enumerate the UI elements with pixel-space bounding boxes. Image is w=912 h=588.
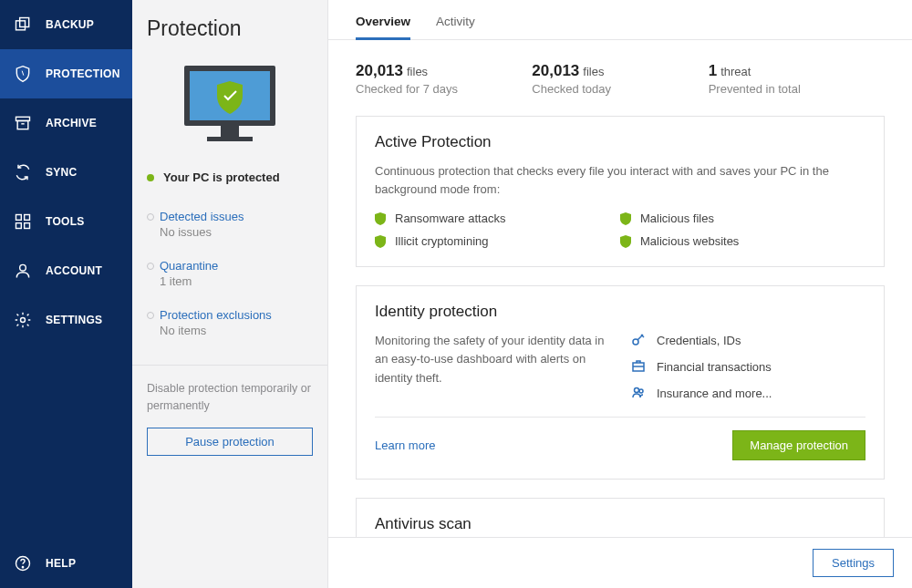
page-title: Protection — [147, 16, 313, 41]
identity-protection-card: Identity protection Monitoring the safet… — [356, 285, 885, 480]
sync-icon — [13, 162, 33, 182]
settings-button[interactable]: Settings — [813, 549, 894, 577]
sidebar-item-label: ACCOUNT — [46, 264, 102, 277]
identity-item: Insurance and more... — [631, 385, 865, 402]
manage-protection-button[interactable]: Manage protection — [732, 430, 865, 460]
stat-sub: Checked today — [532, 82, 708, 96]
svg-rect-6 — [25, 215, 30, 221]
status-dot-icon — [147, 174, 154, 181]
stat-sub: Prevented in total — [709, 82, 885, 96]
sidebar-item-archive[interactable]: ARCHIVE — [0, 98, 132, 148]
sidebar-item-settings[interactable]: SETTINGS — [0, 295, 132, 345]
sidebar-item-label: BACKUP — [46, 18, 94, 31]
svg-point-12 — [22, 567, 23, 568]
svg-point-10 — [21, 318, 26, 323]
shield-icon — [13, 64, 33, 84]
quarantine-block[interactable]: Quarantine 1 item — [147, 259, 313, 288]
sidebar-item-sync[interactable]: SYNC — [0, 148, 132, 197]
protection-status: Your PC is protected — [147, 170, 313, 184]
stat-number: 20,013 — [356, 62, 403, 79]
sidebar-item-tools[interactable]: TOOLS — [0, 197, 132, 246]
threat-label: Illicit cryptomining — [395, 234, 489, 248]
antivirus-scan-card: Antivirus scan On-demand protection that… — [356, 498, 885, 537]
disable-text: Disable protection temporarily or perman… — [147, 380, 313, 415]
scroll-area[interactable]: 20,013files Checked for 7 days 20,013fil… — [328, 40, 912, 537]
protection-panel: Protection Your PC is protected Detected… — [132, 0, 328, 588]
main-content: Overview Activity 20,013files Checked fo… — [328, 0, 912, 588]
tab-activity[interactable]: Activity — [436, 7, 475, 40]
card-title: Antivirus scan — [375, 515, 865, 533]
mini-shield-icon — [620, 235, 631, 248]
card-title: Active Protection — [375, 133, 865, 151]
mini-shield-icon — [375, 212, 386, 225]
people-icon — [631, 385, 646, 402]
svg-rect-1 — [20, 18, 29, 27]
exclusions-block[interactable]: Protection exclusions No items — [147, 308, 313, 337]
tools-icon — [13, 211, 33, 232]
status-text: Your PC is protected — [163, 170, 280, 184]
identity-label: Financial transactions — [657, 360, 772, 374]
exclusions-sub: No items — [160, 324, 313, 337]
archive-icon — [13, 113, 33, 133]
detected-issues-block[interactable]: Detected issues No issues — [147, 210, 313, 239]
mini-shield-icon — [620, 212, 631, 225]
sidebar-item-label: ARCHIVE — [46, 117, 97, 129]
identity-label: Insurance and more... — [657, 387, 772, 400]
stat-number: 20,013 — [532, 62, 579, 79]
monitor-illustration — [147, 61, 313, 152]
sidebar-item-label: HELP — [46, 557, 76, 570]
stat-checked-7days: 20,013files Checked for 7 days — [356, 62, 532, 96]
threat-label: Ransomware attacks — [395, 211, 505, 225]
sidebar-item-protection[interactable]: PROTECTION — [0, 49, 132, 98]
stat-number: 1 — [709, 62, 717, 79]
pause-protection-button[interactable]: Pause protection — [147, 428, 313, 456]
stat-unit: files — [407, 65, 428, 78]
identity-item: Financial transactions — [631, 358, 865, 376]
sidebar-item-backup[interactable]: BACKUP — [0, 0, 132, 49]
sidebar-nav: BACKUP PROTECTION ARCHIVE SYNC TOOLS ACC… — [0, 0, 132, 588]
sidebar-item-help[interactable]: HELP — [0, 539, 132, 588]
svg-rect-5 — [16, 215, 22, 221]
footer-bar: Settings — [328, 537, 912, 588]
stat-unit: files — [583, 65, 604, 78]
help-icon — [13, 553, 33, 573]
svg-rect-3 — [17, 121, 28, 129]
tab-overview[interactable]: Overview — [356, 7, 410, 40]
tab-bar: Overview Activity — [328, 0, 912, 40]
active-protection-card: Active Protection Continuous protection … — [356, 116, 885, 267]
svg-rect-15 — [221, 126, 239, 137]
svg-point-21 — [639, 389, 643, 393]
stat-checked-today: 20,013files Checked today — [532, 62, 708, 96]
detected-issues-title: Detected issues — [160, 210, 313, 223]
sidebar-item-label: SYNC — [46, 166, 78, 179]
sidebar-item-label: SETTINGS — [46, 314, 102, 326]
threat-label: Malicious websites — [640, 234, 739, 248]
svg-rect-16 — [207, 137, 253, 141]
svg-point-20 — [635, 388, 639, 393]
card-desc: Continuous protection that checks every … — [375, 162, 865, 199]
card-title: Identity protection — [375, 303, 865, 321]
detected-issues-sub: No issues — [160, 225, 313, 239]
identity-label: Credentials, IDs — [657, 334, 741, 347]
card-desc: Monitoring the safety of your identity d… — [375, 332, 609, 387]
quarantine-sub: 1 item — [160, 274, 313, 288]
identity-item: Credentials, IDs — [631, 332, 865, 349]
stat-unit: threat — [720, 65, 751, 78]
threat-item: Illicit cryptomining — [375, 234, 620, 248]
threat-item: Malicious websites — [620, 234, 865, 248]
briefcase-icon — [631, 358, 646, 376]
exclusions-title: Protection exclusions — [160, 308, 313, 322]
stat-sub: Checked for 7 days — [356, 82, 532, 96]
svg-rect-7 — [16, 223, 22, 229]
mini-shield-icon — [375, 235, 386, 248]
account-icon — [13, 261, 33, 281]
stats-row: 20,013files Checked for 7 days 20,013fil… — [356, 62, 885, 96]
threat-item: Malicious files — [620, 211, 865, 225]
threat-label: Malicious files — [640, 211, 714, 225]
stat-threats-prevented: 1threat Prevented in total — [709, 62, 885, 96]
learn-more-link[interactable]: Learn more — [375, 438, 435, 452]
quarantine-title: Quarantine — [160, 259, 313, 273]
key-icon — [631, 332, 646, 349]
sidebar-item-account[interactable]: ACCOUNT — [0, 246, 132, 295]
svg-rect-8 — [25, 223, 30, 229]
